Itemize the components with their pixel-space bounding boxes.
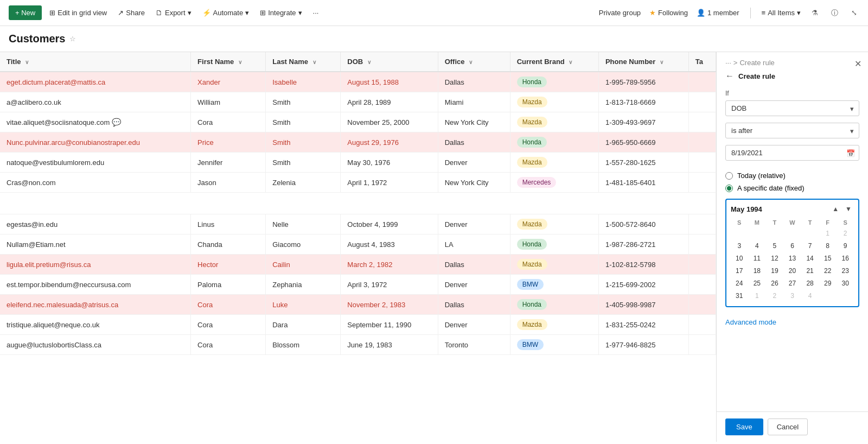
table-row[interactable]: augue@luctuslobortisClass.ca Cora Blosso… <box>0 335 716 355</box>
cell-title: augue@luctuslobortisClass.ca <box>0 335 191 355</box>
calendar-day[interactable]: 17 <box>731 265 748 277</box>
edit-grid-button[interactable]: ⊞ Edit in grid view <box>46 7 110 19</box>
panel-close-button[interactable]: ✕ <box>854 59 861 69</box>
table-row[interactable]: eleifend.nec.malesuada@atrisus.ca Cora L… <box>0 295 716 315</box>
calendar-day[interactable]: 2 <box>837 227 854 239</box>
calendar-day[interactable]: 5 <box>766 240 783 252</box>
calendar-day[interactable] <box>766 227 783 239</box>
table-row[interactable]: ligula.elit.pretium@risus.ca Hector Cail… <box>0 255 716 275</box>
calendar-day[interactable]: 18 <box>749 265 766 277</box>
table-row[interactable]: tristique.aliquet@neque.co.uk Cora Dara … <box>0 315 716 335</box>
filter-icon[interactable]: ⚗ <box>809 8 820 18</box>
calendar-day[interactable] <box>731 227 748 239</box>
cell-first: Cora <box>191 112 266 132</box>
favorite-star-icon[interactable]: ☆ <box>69 35 76 43</box>
calendar-day[interactable]: 22 <box>819 265 837 277</box>
calendar-day[interactable]: 16 <box>837 252 854 264</box>
calendar-day[interactable]: 4 <box>749 240 766 252</box>
cell-brand: Honda <box>510 72 598 92</box>
col-header-office[interactable]: Office ∨ <box>438 52 510 72</box>
calendar-day[interactable]: 28 <box>801 277 819 289</box>
table-row[interactable]: a@aclibero.co.uk William Smith April 28,… <box>0 92 716 112</box>
calendar-day[interactable]: 30 <box>837 277 854 289</box>
calendar-day[interactable]: 31 <box>731 290 748 302</box>
calendar-next-button[interactable]: ▼ <box>843 204 854 214</box>
new-button[interactable]: + New <box>9 5 42 20</box>
table-row[interactable]: natoque@vestibulumlorem.edu Jennifer Smi… <box>0 153 716 173</box>
more-button[interactable]: ··· <box>310 7 322 19</box>
calendar-day[interactable]: 21 <box>801 265 819 277</box>
calendar-day[interactable] <box>837 290 854 302</box>
table-row[interactable]: eget.dictum.placerat@mattis.ca Xander Is… <box>0 72 716 92</box>
calendar-day[interactable]: 12 <box>766 252 783 264</box>
advanced-mode-link[interactable]: Advanced mode <box>717 314 868 331</box>
following-label[interactable]: ★ Following <box>649 9 688 17</box>
col-header-last[interactable]: Last Name ∨ <box>266 52 341 72</box>
share-button[interactable]: ↗ Share <box>114 7 148 19</box>
calendar-prev-button[interactable]: ▲ <box>830 204 841 214</box>
calendar-day[interactable]: 7 <box>801 240 819 252</box>
calendar-day[interactable]: 19 <box>766 265 783 277</box>
calendar-day[interactable]: 2 <box>766 290 783 302</box>
table-row[interactable]: Nunc.pulvinar.arcu@conubianostraper.edu … <box>0 132 716 153</box>
calendar-day[interactable] <box>749 227 766 239</box>
table-row[interactable]: egestas@in.edu Linus Nelle October 4, 19… <box>0 214 716 234</box>
calendar-day[interactable]: 23 <box>837 265 854 277</box>
calendar-day[interactable]: 20 <box>784 265 801 277</box>
col-header-ta[interactable]: Ta <box>688 52 716 72</box>
chat-icon[interactable]: 💬 <box>112 118 121 126</box>
table-row-empty[interactable] <box>0 193 716 214</box>
calendar-day[interactable]: 3 <box>784 290 801 302</box>
col-header-first[interactable]: First Name ∨ <box>191 52 266 72</box>
calendar-day[interactable]: 4 <box>801 290 819 302</box>
save-button[interactable]: Save <box>725 418 763 435</box>
info-icon[interactable]: ⓘ <box>829 7 840 19</box>
table-row[interactable]: Cras@non.com Jason Zelenia April 1, 1972… <box>0 173 716 193</box>
calendar-icon-button[interactable]: 📅 <box>846 149 855 157</box>
calendar-day[interactable]: 24 <box>731 277 748 289</box>
calendar-day[interactable]: 25 <box>749 277 766 289</box>
calendar-day[interactable] <box>784 227 801 239</box>
calendar-day[interactable]: 10 <box>731 252 748 264</box>
calendar-day[interactable]: 8 <box>819 240 837 252</box>
back-arrow-icon[interactable]: ← <box>725 71 734 81</box>
radio-fixed[interactable]: A specific date (fixed) <box>725 184 859 192</box>
calendar-grid: S M T W T F S 12345678910111213141516171… <box>731 218 854 302</box>
calendar-day[interactable]: 1 <box>749 290 766 302</box>
radio-relative-input[interactable] <box>725 172 733 180</box>
table-row[interactable]: Nullam@Etiam.net Chanda Giacomo August 4… <box>0 234 716 255</box>
calendar-day[interactable]: 11 <box>749 252 766 264</box>
export-button[interactable]: 🗋 Export ▾ <box>152 7 195 19</box>
calendar-day[interactable]: 13 <box>784 252 801 264</box>
automate-button[interactable]: ⚡ Automate ▾ <box>199 7 253 19</box>
col-header-brand[interactable]: Current Brand ∨ <box>510 52 598 72</box>
calendar-day[interactable]: 3 <box>731 240 748 252</box>
cell-last: Nelle <box>266 214 341 234</box>
expand-icon[interactable]: ⤡ <box>849 8 859 18</box>
calendar-day[interactable]: 6 <box>784 240 801 252</box>
cell-office: Dallas <box>438 132 510 153</box>
calendar-day[interactable] <box>819 290 837 302</box>
calendar-day[interactable]: 1 <box>819 227 837 239</box>
col-header-phone[interactable]: Phone Number ∨ <box>598 52 688 72</box>
date-input[interactable] <box>725 145 859 161</box>
cancel-button[interactable]: Cancel <box>768 418 808 435</box>
col-header-title[interactable]: Title ∨ <box>0 52 191 72</box>
integrate-button[interactable]: ⊞ Integrate ▾ <box>257 7 305 19</box>
calendar-day[interactable]: 27 <box>784 277 801 289</box>
calendar-day[interactable]: 15 <box>819 252 837 264</box>
all-items-button[interactable]: ≡ All Items ▾ <box>762 9 801 17</box>
calendar-day[interactable] <box>801 227 819 239</box>
table-row[interactable]: vitae.aliquet@sociisnatoque.com💬 Cora Sm… <box>0 112 716 132</box>
condition-select[interactable]: is after <box>725 123 859 138</box>
field-select[interactable]: DOB <box>725 100 859 116</box>
calendar-day[interactable]: 14 <box>801 252 819 264</box>
radio-relative[interactable]: Today (relative) <box>725 172 859 180</box>
radio-fixed-input[interactable] <box>725 185 733 192</box>
calendar-day[interactable]: 29 <box>819 277 837 289</box>
table-row[interactable]: est.tempor.bibendum@neccursusa.com Palom… <box>0 275 716 295</box>
calendar-day[interactable]: 26 <box>766 277 783 289</box>
cell-first: Paloma <box>191 275 266 295</box>
calendar-day[interactable]: 9 <box>837 240 854 252</box>
col-header-dob[interactable]: DOB ∨ <box>341 52 438 72</box>
